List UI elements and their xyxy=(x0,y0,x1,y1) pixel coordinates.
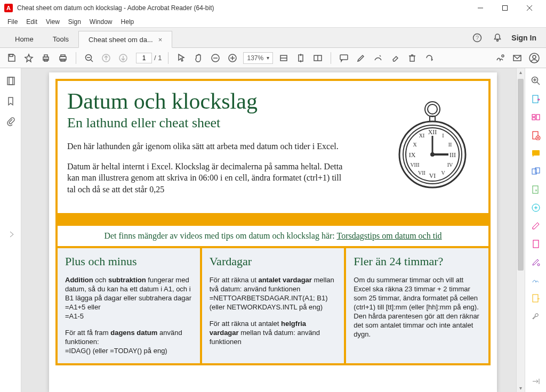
menu-view[interactable]: View xyxy=(42,17,64,27)
tab-bar: Home Tools Cheat sheet om da... × ? Sign… xyxy=(0,28,546,48)
document-view[interactable]: Datum och klockslag En lathund eller che… xyxy=(21,68,525,392)
zoom-select[interactable]: 137% ▾ xyxy=(243,52,273,64)
tab-document-label: Cheat sheet om da... xyxy=(89,36,153,44)
scroll-up-icon[interactable]: ▴ xyxy=(517,69,525,75)
combine-icon[interactable] xyxy=(531,166,541,177)
more-tools-icon[interactable] xyxy=(531,311,541,322)
svg-rect-29 xyxy=(340,55,348,60)
svg-text:IV: IV xyxy=(447,162,453,168)
menu-edit[interactable]: Edit xyxy=(22,17,42,27)
svg-rect-30 xyxy=(410,56,414,61)
svg-line-16 xyxy=(91,60,93,62)
expand-panel-icon[interactable] xyxy=(6,229,17,240)
protect-icon[interactable] xyxy=(531,239,541,249)
compress-icon[interactable] xyxy=(531,202,541,213)
menu-help[interactable]: Help xyxy=(117,17,139,27)
zoom-out-icon[interactable] xyxy=(83,52,95,64)
svg-text:VIII: VIII xyxy=(410,162,419,168)
redact-icon[interactable] xyxy=(531,220,541,231)
svg-point-36 xyxy=(533,55,536,59)
svg-text:II: II xyxy=(448,142,452,148)
col2-p2: För att räkna ut antalet helgfria vardag… xyxy=(210,320,337,347)
edit-pdf-icon[interactable] xyxy=(531,112,541,123)
menu-window[interactable]: Window xyxy=(85,17,117,27)
menu-file[interactable]: File xyxy=(3,17,22,27)
star-icon[interactable] xyxy=(22,52,35,64)
prev-page-icon[interactable] xyxy=(100,52,113,64)
col1-heading: Plus och minus xyxy=(65,255,192,268)
send-icon[interactable] xyxy=(531,293,541,304)
toolbar: / 1 137% ▾ xyxy=(0,48,546,68)
left-panel xyxy=(0,68,21,392)
comment-icon[interactable] xyxy=(338,52,350,64)
page-total: / 1 xyxy=(154,54,162,62)
fill-sign-icon[interactable] xyxy=(531,257,541,267)
sign-in-button[interactable]: Sign In xyxy=(511,34,536,42)
vertical-scrollbar[interactable]: ▴ ▾ xyxy=(516,68,525,392)
svg-rect-76 xyxy=(533,240,539,248)
trash-icon[interactable] xyxy=(406,52,419,64)
help-icon[interactable]: ? xyxy=(471,31,484,44)
tab-home[interactable]: Home xyxy=(5,30,43,47)
profile-icon[interactable] xyxy=(528,52,541,64)
svg-text:XI: XI xyxy=(419,133,425,138)
close-button[interactable] xyxy=(517,0,542,16)
mail-icon[interactable] xyxy=(511,52,524,64)
pointer-icon[interactable] xyxy=(175,52,188,64)
col3-p1: Om du summerar timmar och vill att Excel… xyxy=(354,276,481,339)
erase-icon[interactable] xyxy=(389,52,402,64)
svg-text:IX: IX xyxy=(409,151,416,159)
col1-p2: För att få fram dagens datum använd funk… xyxy=(65,329,192,356)
tab-close-icon[interactable]: × xyxy=(158,36,163,44)
maximize-button[interactable] xyxy=(493,0,517,16)
menu-sign[interactable]: Sign xyxy=(64,17,85,27)
page-input[interactable] xyxy=(136,53,152,63)
col2-heading: Vardagar xyxy=(210,255,337,268)
create-pdf-icon[interactable] xyxy=(531,130,541,141)
right-panel xyxy=(525,68,546,392)
pocket-watch-image: XII III VI IX I II IV V VII VIII X XI xyxy=(392,96,472,192)
printer-icon[interactable] xyxy=(57,52,69,64)
scroll-down-icon[interactable]: ▾ xyxy=(517,385,525,391)
svg-text:VII: VII xyxy=(418,170,425,176)
export-pdf-icon[interactable] xyxy=(531,94,541,104)
next-page-icon[interactable] xyxy=(117,52,130,64)
draw-icon[interactable] xyxy=(372,52,384,64)
organize-icon[interactable] xyxy=(531,184,541,195)
scrollbar-thumb[interactable] xyxy=(518,79,524,271)
fit-width-icon[interactable] xyxy=(277,52,290,64)
svg-rect-67 xyxy=(536,115,540,120)
sign-tool-icon[interactable] xyxy=(531,275,541,285)
svg-rect-75 xyxy=(533,186,538,193)
print-icon[interactable] xyxy=(39,52,52,64)
window-title: Cheat sheet om datum och klockslag - Ado… xyxy=(17,4,468,12)
zoom-minus-icon[interactable] xyxy=(209,52,222,64)
rotate-icon[interactable] xyxy=(423,52,436,64)
col1-p1: Addition och subtraktion fungerar med da… xyxy=(65,276,192,321)
bell-icon[interactable] xyxy=(491,31,504,44)
hand-icon[interactable] xyxy=(192,52,205,64)
tab-tools[interactable]: Tools xyxy=(43,30,78,47)
svg-rect-65 xyxy=(532,115,535,117)
app-icon: A xyxy=(4,4,13,12)
minimize-button[interactable] xyxy=(468,0,493,16)
collapse-panel-icon[interactable] xyxy=(531,376,541,387)
zoom-value: 137% xyxy=(247,54,263,62)
bookmark-icon[interactable] xyxy=(5,96,16,107)
svg-text:I: I xyxy=(442,133,444,138)
menu-bar: File Edit View Sign Window Help xyxy=(0,16,546,28)
highlight-icon[interactable] xyxy=(355,52,367,64)
attachment-icon[interactable] xyxy=(5,116,16,127)
banner-link[interactable]: Torsdagstips om datum och tid xyxy=(336,231,441,240)
intro-para-2: Datum är heltal internt i Excel. Klocksl… xyxy=(67,161,344,195)
signature-icon[interactable] xyxy=(494,52,507,64)
svg-text:X: X xyxy=(413,142,417,148)
save-icon[interactable] xyxy=(5,52,18,64)
read-mode-icon[interactable] xyxy=(311,52,324,64)
tab-document[interactable]: Cheat sheet om da... × xyxy=(78,31,172,48)
zoom-plus-icon[interactable] xyxy=(226,52,239,64)
comment-tool-icon[interactable] xyxy=(531,148,541,159)
search-icon[interactable] xyxy=(531,76,541,86)
fit-page-icon[interactable] xyxy=(294,52,307,64)
thumbnails-icon[interactable] xyxy=(5,76,16,86)
